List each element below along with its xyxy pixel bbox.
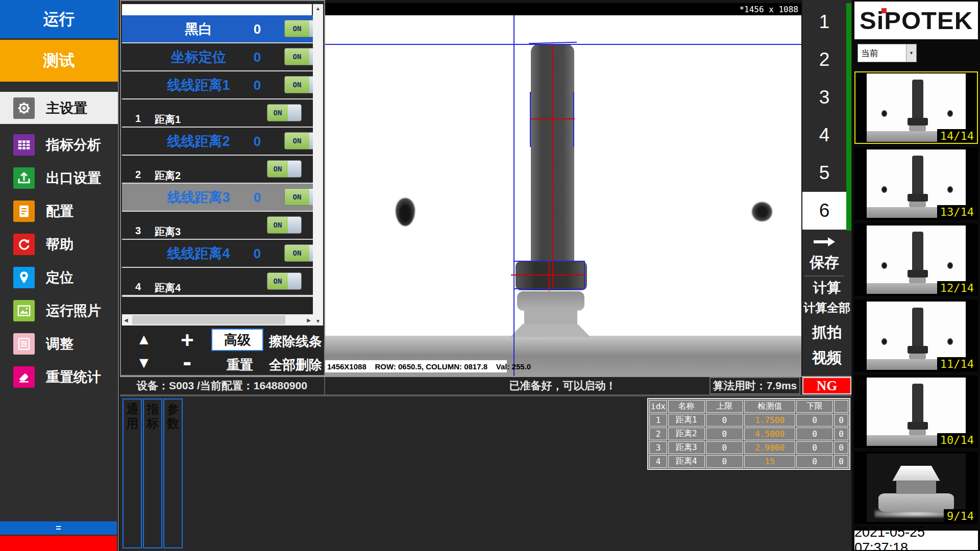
- on-off-toggle[interactable]: ON: [267, 160, 302, 178]
- action-column: 123456 保存 计算 计算全部 抓拍 视频: [802, 0, 851, 376]
- sidebar-item-locate[interactable]: 定位: [0, 261, 118, 294]
- table-cell: 0: [796, 414, 833, 427]
- measure-line-head-v: [549, 260, 550, 291]
- on-off-toggle[interactable]: ON: [284, 244, 313, 262]
- thumbnail[interactable]: 10/14: [854, 375, 978, 448]
- sidebar-item-adjust[interactable]: 调整: [0, 327, 118, 360]
- logo-red-dot: [881, 8, 887, 13]
- param-row[interactable]: 坐标定位0ON: [122, 43, 313, 70]
- thumbnail[interactable]: 12/14: [854, 223, 978, 296]
- scroll-left-icon[interactable]: ◀: [124, 317, 128, 323]
- save-button[interactable]: 保存: [802, 252, 846, 273]
- on-off-toggle[interactable]: ON: [284, 76, 313, 93]
- sidebar-item-label: 调整: [46, 335, 74, 353]
- test-button[interactable]: 测试: [0, 40, 118, 82]
- scroll-right-icon[interactable]: ▶: [307, 317, 311, 323]
- on-off-toggle[interactable]: ON: [267, 272, 302, 290]
- image-viewport[interactable]: *1456 x 1088 1456X1088 ROW: 0650.5, COLU…: [325, 3, 801, 376]
- on-off-toggle[interactable]: ON: [267, 216, 302, 234]
- bottom-tab-3[interactable]: 参数: [163, 398, 183, 548]
- calculate-all-button[interactable]: 计算全部: [802, 299, 851, 316]
- page-number-5[interactable]: 5: [802, 154, 846, 192]
- param-row[interactable]: 线线距离20ON: [122, 128, 313, 155]
- toggle-on-label: ON: [285, 189, 309, 205]
- param-label: 距离4: [155, 281, 181, 295]
- sidebar-item-main-settings[interactable]: 主设置: [0, 92, 118, 124]
- table-row: 3距离302.900000: [649, 441, 848, 454]
- thumbnail[interactable]: 14/14: [854, 71, 978, 144]
- erase-lines-button[interactable]: 擦除线条: [269, 333, 322, 350]
- toggle-on-label: ON: [285, 77, 309, 93]
- sidebar-item-reset-stats[interactable]: 重置统计: [0, 360, 118, 393]
- sidebar-item-help[interactable]: 帮助: [0, 228, 118, 261]
- sidebar-item-config[interactable]: 配置: [0, 194, 118, 228]
- param-value: 0: [247, 133, 267, 149]
- chevron-down-icon[interactable]: ▼: [906, 44, 916, 62]
- page-number-2[interactable]: 2: [802, 41, 846, 79]
- on-off-toggle[interactable]: ON: [284, 48, 313, 65]
- delete-all-button[interactable]: 全部删除: [269, 356, 322, 374]
- video-button[interactable]: 视频: [802, 347, 851, 369]
- run-button[interactable]: 运行: [0, 0, 118, 38]
- bottom-tab-1[interactable]: 通用: [122, 398, 142, 548]
- collapse-bar[interactable]: =: [0, 521, 117, 535]
- toggle-knob: [309, 133, 313, 149]
- param-row[interactable]: 线线距离30ON: [122, 184, 313, 211]
- vertical-scrollbar[interactable]: ▲ ▼: [313, 4, 323, 325]
- toggle-knob: [309, 245, 313, 261]
- param-value: 0: [247, 245, 267, 261]
- sidebar-item-label: 帮助: [46, 235, 74, 254]
- page-number-6[interactable]: 6: [802, 192, 846, 230]
- thumb-dot-right: [947, 186, 953, 193]
- page-number-4[interactable]: 4: [802, 116, 846, 154]
- param-row[interactable]: 2距离2ON: [122, 156, 313, 183]
- sidebar-item-export-settings[interactable]: 出口设置: [0, 161, 118, 194]
- image-history-panel: SiPOTEK 当前 ▼ 14/1413/1412/1411/1410/149/…: [852, 0, 980, 551]
- param-row[interactable]: 1距离1ON: [122, 99, 313, 127]
- param-row[interactable]: 线线距离40ON: [122, 240, 313, 267]
- param-row[interactable]: 线线距离10ON: [122, 71, 313, 98]
- param-row[interactable]: 4距离4ON: [122, 268, 313, 295]
- on-off-toggle[interactable]: ON: [267, 104, 302, 121]
- sidebar-item-metrics[interactable]: 指标分析: [0, 128, 118, 161]
- param-row[interactable]: 黑白0ON: [122, 15, 313, 42]
- sidebar-item-label: 指标分析: [46, 136, 101, 154]
- logo-text: SiPOTEK: [860, 6, 973, 35]
- move-up-button[interactable]: ▲: [136, 331, 152, 348]
- toggle-knob: [309, 189, 313, 205]
- bottom-tab-2[interactable]: 指标: [143, 398, 162, 548]
- list-controls: ▲ + 高级 擦除线条 ▼ - 重置 全部删除: [122, 328, 323, 375]
- thumbnail[interactable]: 13/14: [854, 147, 978, 220]
- move-down-button[interactable]: ▼: [136, 354, 152, 371]
- param-row[interactable]: 3距离3ON: [122, 212, 313, 239]
- thumb-dot-right: [947, 110, 953, 117]
- reset-button[interactable]: 重置: [227, 356, 253, 374]
- next-arrow-button[interactable]: [802, 233, 846, 251]
- location-icon: [13, 267, 35, 288]
- calculate-button[interactable]: 计算: [802, 279, 851, 297]
- on-off-toggle[interactable]: ON: [284, 132, 313, 149]
- source-dropdown[interactable]: 当前 ▼: [857, 44, 917, 62]
- snapshot-button[interactable]: 抓拍: [802, 321, 851, 344]
- sidebar: 运行 测试 主设置 指标分析 出口设置 配置 帮助: [0, 0, 119, 551]
- horizontal-scrollbar[interactable]: ◀ ▶: [122, 314, 313, 325]
- scrollbar-thumb[interactable]: [132, 315, 285, 324]
- table-row: 4距离401500: [649, 455, 848, 468]
- page-number-3[interactable]: 3: [802, 79, 846, 116]
- on-off-toggle[interactable]: ON: [284, 188, 313, 206]
- scroll-up-icon[interactable]: ▲: [315, 6, 321, 11]
- thumb-dot-right: [947, 338, 953, 345]
- sidebar-item-run-photos[interactable]: 运行照片: [0, 294, 118, 327]
- thumbnail-badge: 13/14: [937, 205, 977, 219]
- minus-button[interactable]: -: [183, 346, 191, 377]
- table-cell: 1: [649, 414, 667, 427]
- scroll-down-icon[interactable]: ▼: [315, 318, 321, 324]
- page-number-1[interactable]: 1: [802, 3, 846, 41]
- on-off-toggle[interactable]: ON: [284, 20, 313, 37]
- thumb-head: [908, 194, 928, 202]
- table-cell: 0: [796, 455, 833, 468]
- image-size-bar: *1456 x 1088: [325, 3, 801, 15]
- thumbnail[interactable]: 11/14: [854, 299, 978, 372]
- advanced-button[interactable]: 高级: [211, 329, 263, 351]
- thumbnail[interactable]: 9/14: [854, 452, 978, 524]
